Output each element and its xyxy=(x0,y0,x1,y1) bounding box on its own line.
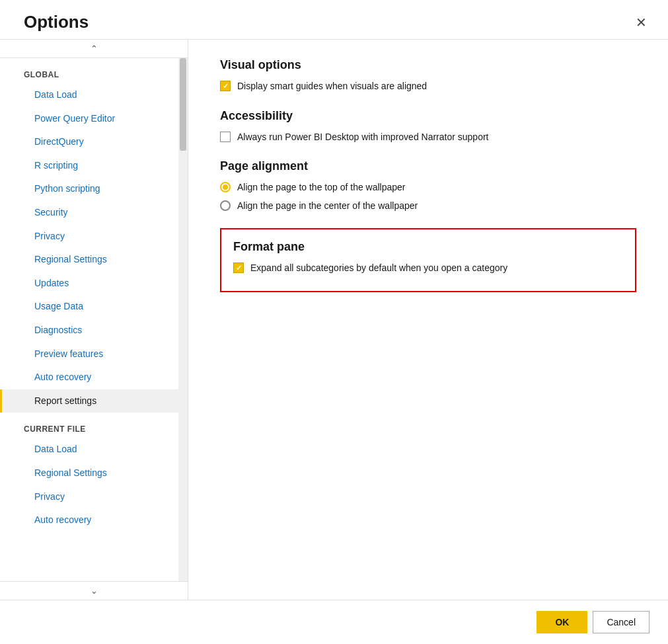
dialog-header: Options ✕ xyxy=(0,0,668,39)
sidebar-item-usage-data[interactable]: Usage Data xyxy=(0,295,188,319)
accessibility-row: Always run Power BI Desktop with improve… xyxy=(220,131,636,144)
sidebar-item-power-query-editor[interactable]: Power Query Editor xyxy=(0,107,188,131)
sidebar-item-directquery[interactable]: DirectQuery xyxy=(0,130,188,154)
sidebar: ⌃ GLOBAL Data Load Power Query Editor Di… xyxy=(0,40,188,600)
format-pane-title: Format pane xyxy=(233,240,623,254)
accessibility-section: Accessibility Always run Power BI Deskto… xyxy=(220,109,636,144)
scrollbar-thumb xyxy=(180,58,186,151)
visual-options-row: Display smart guides when visuals are al… xyxy=(220,80,636,93)
align-top-row: Align the page to the top of the wallpap… xyxy=(220,181,636,194)
align-center-label: Align the page in the center of the wall… xyxy=(237,200,418,213)
cancel-button[interactable]: Cancel xyxy=(593,611,649,633)
smart-guides-label: Display smart guides when visuals are al… xyxy=(237,80,427,93)
expand-subcategories-checkbox[interactable] xyxy=(233,262,244,273)
current-file-section-label: CURRENT FILE xyxy=(0,413,188,438)
smart-guides-checkbox[interactable] xyxy=(220,81,231,91)
sidebar-scroll: GLOBAL Data Load Power Query Editor Dire… xyxy=(0,58,188,581)
sidebar-item-cf-privacy[interactable]: Privacy xyxy=(0,485,188,509)
align-center-radio[interactable] xyxy=(220,200,231,211)
sidebar-item-cf-regional-settings[interactable]: Regional Settings xyxy=(0,462,188,485)
sidebar-item-security[interactable]: Security xyxy=(0,201,188,225)
sidebar-item-cf-data-load[interactable]: Data Load xyxy=(0,438,188,462)
dialog-body: ⌃ GLOBAL Data Load Power Query Editor Di… xyxy=(0,39,668,600)
sidebar-item-regional-settings[interactable]: Regional Settings xyxy=(0,248,188,272)
sidebar-item-data-load[interactable]: Data Load xyxy=(0,83,188,107)
scroll-down-button[interactable]: ⌄ xyxy=(0,581,188,600)
page-alignment-title: Page alignment xyxy=(220,159,636,173)
narrator-checkbox[interactable] xyxy=(220,132,231,142)
sidebar-item-preview-features[interactable]: Preview features xyxy=(0,342,188,366)
sidebar-item-updates[interactable]: Updates xyxy=(0,272,188,296)
accessibility-title: Accessibility xyxy=(220,109,636,123)
expand-subcategories-label: Expand all subcategories by default when… xyxy=(250,262,507,275)
scrollbar[interactable] xyxy=(178,58,188,581)
dialog-footer: OK Cancel xyxy=(0,600,668,644)
scroll-up-button[interactable]: ⌃ xyxy=(0,40,188,58)
sidebar-item-python-scripting[interactable]: Python scripting xyxy=(0,177,188,201)
format-pane-row: Expand all subcategories by default when… xyxy=(233,262,623,275)
global-section-label: GLOBAL xyxy=(0,58,188,83)
sidebar-item-report-settings[interactable]: Report settings xyxy=(0,389,188,413)
page-alignment-section: Page alignment Align the page to the top… xyxy=(220,159,636,212)
align-top-label: Align the page to the top of the wallpap… xyxy=(237,181,406,194)
format-pane-section: Format pane Expand all subcategories by … xyxy=(220,228,636,292)
sidebar-item-auto-recovery-global[interactable]: Auto recovery xyxy=(0,366,188,389)
narrator-label: Always run Power BI Desktop with improve… xyxy=(237,131,488,144)
main-content: Visual options Display smart guides when… xyxy=(188,40,668,600)
sidebar-item-privacy[interactable]: Privacy xyxy=(0,225,188,249)
align-top-radio[interactable] xyxy=(220,182,231,192)
align-center-row: Align the page in the center of the wall… xyxy=(220,200,636,213)
close-button[interactable]: ✕ xyxy=(630,13,652,32)
sidebar-item-cf-auto-recovery[interactable]: Auto recovery xyxy=(0,508,188,532)
visual-options-section: Visual options Display smart guides when… xyxy=(220,58,636,93)
sidebar-item-diagnostics[interactable]: Diagnostics xyxy=(0,319,188,342)
options-dialog: Options ✕ ⌃ GLOBAL Data Load Power Query… xyxy=(0,0,668,644)
dialog-title: Options xyxy=(24,12,89,32)
ok-button[interactable]: OK xyxy=(537,611,587,633)
visual-options-title: Visual options xyxy=(220,58,636,72)
sidebar-item-r-scripting[interactable]: R scripting xyxy=(0,154,188,178)
